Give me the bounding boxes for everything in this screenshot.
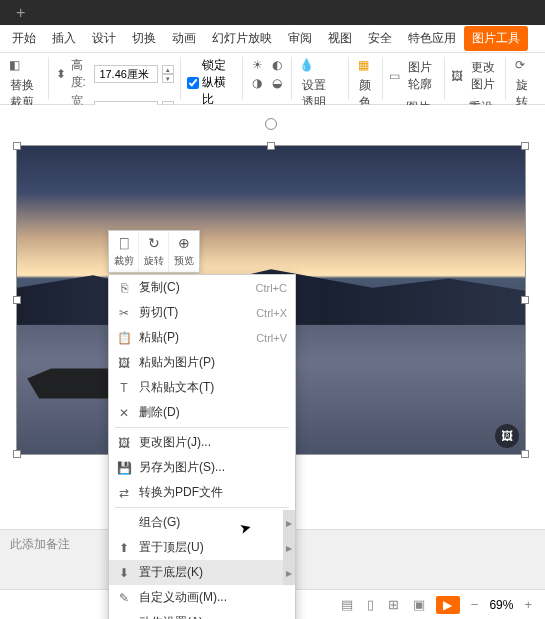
image-badge-icon[interactable]: 🖼 (495, 424, 519, 448)
ctx-label: 粘贴(P) (133, 329, 256, 346)
ctx-label: 组合(G) (133, 514, 279, 531)
resize-handle-tl[interactable] (13, 142, 21, 150)
ctx-icon: ⎘ (115, 281, 133, 295)
menu-bar: 开始插入设计切换动画幻灯片放映审阅视图安全特色应用图片工具 (0, 25, 545, 53)
menu-item-2[interactable]: 设计 (84, 26, 124, 51)
ctx-icon: T (115, 381, 133, 395)
rotate-icon[interactable]: ⟳ (512, 57, 528, 73)
rotation-handle[interactable] (265, 118, 277, 130)
ctx-shortcut: Ctrl+C (256, 282, 287, 294)
ctx-item-0[interactable]: ⎘复制(C)Ctrl+C (109, 275, 295, 300)
menu-item-8[interactable]: 安全 (360, 26, 400, 51)
ctx-item-12[interactable]: ⬆置于顶层(U)▸ (109, 535, 295, 560)
height-icon: ⬍ (55, 66, 67, 82)
zoom-out-button[interactable]: − (468, 597, 482, 612)
view-outline-icon[interactable]: ▯ (364, 597, 377, 612)
ctx-label: 更改图片(J)... (133, 434, 287, 451)
view-normal-icon[interactable]: ▤ (338, 597, 356, 612)
ctx-label: 剪切(T) (133, 304, 256, 321)
ctx-icon: ⇄ (115, 486, 133, 500)
ctx-icon: 🖼 (115, 356, 133, 370)
ctx-label: 删除(D) (133, 404, 287, 421)
ctx-item-13[interactable]: ⬇置于底层(K)▸ (109, 560, 295, 585)
ctx-label: 转换为PDF文件 (133, 484, 287, 501)
ctx-item-8[interactable]: 💾另存为图片(S)... (109, 455, 295, 480)
ribbon-toolbar: ◧ 替换裁剪 ⬍ 高度: ▴▾ ⬌ 宽度: ▴▾ 锁定纵横比 ⟲ 重设大小 ☀◐… (0, 53, 545, 105)
rotate-icon: ↻ (139, 235, 168, 253)
ctx-item-14[interactable]: ✎自定义动画(M)... (109, 585, 295, 610)
menu-item-9[interactable]: 特色应用 (400, 26, 464, 51)
zoom-icon: ⊕ (169, 235, 199, 253)
menu-item-3[interactable]: 切换 (124, 26, 164, 51)
resize-handle-t[interactable] (267, 142, 275, 150)
ctx-item-4[interactable]: T只粘贴文本(T) (109, 375, 295, 400)
ctx-icon: 💾 (115, 461, 133, 475)
new-tab-button[interactable]: + (8, 4, 33, 22)
ctx-item-15[interactable]: ▷动作设置(A)... (109, 610, 295, 619)
ctx-label: 自定义动画(M)... (133, 589, 287, 606)
ctx-item-5[interactable]: ✕删除(D) (109, 400, 295, 425)
brightness-icon[interactable]: ☀ (249, 57, 265, 73)
float-crop-button[interactable]: ⎕裁剪 (109, 231, 139, 272)
ctx-label: 另存为图片(S)... (133, 459, 287, 476)
adjust-icon[interactable]: ◑ (249, 75, 265, 91)
ctx-item-1[interactable]: ✂剪切(T)Ctrl+X (109, 300, 295, 325)
crop-icon[interactable]: ◧ (6, 57, 22, 73)
submenu-arrow-icon: ▸ (283, 510, 295, 535)
height-label: 高度: (71, 57, 91, 91)
ctx-label: 粘贴为图片(P) (133, 354, 287, 371)
menu-item-4[interactable]: 动画 (164, 26, 204, 51)
menu-item-5[interactable]: 幻灯片放映 (204, 26, 280, 51)
ctx-icon: ✎ (115, 591, 133, 605)
outline-icon[interactable]: ▭ (389, 68, 400, 84)
view-sorter-icon[interactable]: ⊞ (385, 597, 402, 612)
view-reading-icon[interactable]: ▣ (410, 597, 428, 612)
zoom-level[interactable]: 69% (489, 598, 513, 612)
submenu-arrow-icon: ▸ (283, 535, 295, 560)
ctx-item-9[interactable]: ⇄转换为PDF文件 (109, 480, 295, 505)
ctx-label: 置于底层(K) (133, 564, 279, 581)
ctx-shortcut: Ctrl+X (256, 307, 287, 319)
lock-ratio-label: 锁定纵横比 (202, 57, 236, 108)
menu-item-7[interactable]: 视图 (320, 26, 360, 51)
ctx-item-7[interactable]: 🖼更改图片(J)... (109, 430, 295, 455)
ctx-icon: 🖼 (115, 436, 133, 450)
ctx-item-11[interactable]: 组合(G)▸ (109, 510, 295, 535)
resize-handle-l[interactable] (13, 296, 21, 304)
notes-placeholder: 此添加备注 (10, 537, 70, 551)
ctx-icon: 📋 (115, 331, 133, 345)
ctx-icon: ⬆ (115, 541, 133, 555)
change-icon[interactable]: 🖼 (451, 68, 463, 84)
menu-item-6[interactable]: 审阅 (280, 26, 320, 51)
float-preview-button[interactable]: ⊕预览 (169, 231, 199, 272)
height-input[interactable] (94, 65, 158, 83)
lock-ratio-checkbox[interactable] (187, 77, 199, 89)
ctx-icon: ✂ (115, 306, 133, 320)
outline-button[interactable]: 图片轮廓 (404, 57, 438, 95)
contrast-icon[interactable]: ◐ (269, 57, 285, 73)
crop-icon: ⎕ (109, 235, 138, 253)
ctx-label: 复制(C) (133, 279, 256, 296)
zoom-in-button[interactable]: + (521, 597, 535, 612)
ctx-item-2[interactable]: 📋粘贴(P)Ctrl+V (109, 325, 295, 350)
resize-handle-r[interactable] (521, 296, 529, 304)
resize-handle-bl[interactable] (13, 450, 21, 458)
ctx-icon: ▷ (115, 616, 133, 620)
change-button[interactable]: 更改图片 (467, 57, 500, 95)
resize-handle-tr[interactable] (521, 142, 529, 150)
menu-item-10[interactable]: 图片工具 (464, 26, 528, 51)
height-spinner[interactable]: ▴▾ (162, 65, 174, 83)
droplet-icon[interactable]: 💧 (298, 57, 314, 73)
adjust2-icon[interactable]: ◒ (269, 75, 285, 91)
slideshow-button[interactable]: ▶ (436, 596, 460, 614)
resize-handle-br[interactable] (521, 450, 529, 458)
ctx-item-3[interactable]: 🖼粘贴为图片(P) (109, 350, 295, 375)
float-rotate-button[interactable]: ↻旋转 (139, 231, 169, 272)
menu-item-0[interactable]: 开始 (4, 26, 44, 51)
ctx-label: 动作设置(A)... (133, 614, 287, 619)
ctx-label: 只粘贴文本(T) (133, 379, 287, 396)
context-menu: ⎘复制(C)Ctrl+C✂剪切(T)Ctrl+X📋粘贴(P)Ctrl+V🖼粘贴为… (108, 274, 296, 619)
color-icon[interactable]: ▦ (355, 57, 371, 73)
menu-item-1[interactable]: 插入 (44, 26, 84, 51)
ctx-icon: ⬇ (115, 566, 133, 580)
